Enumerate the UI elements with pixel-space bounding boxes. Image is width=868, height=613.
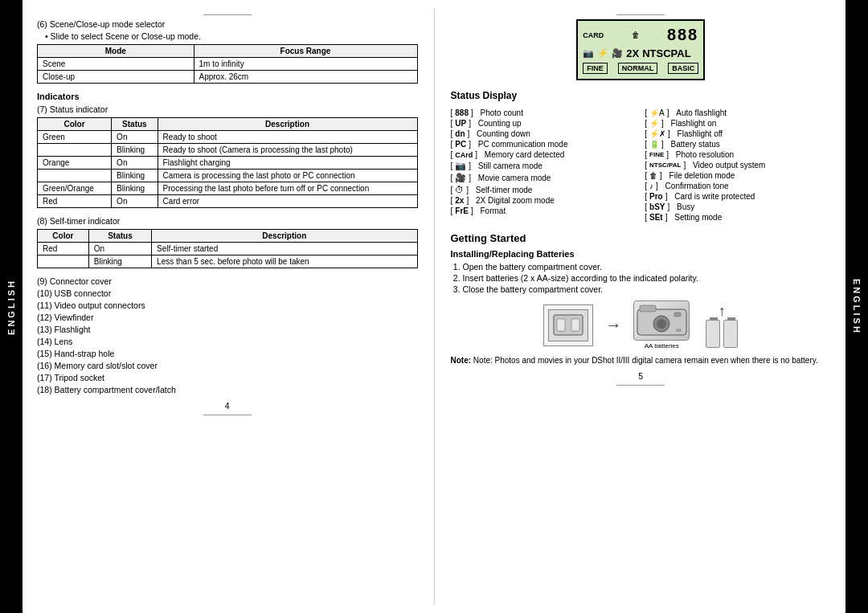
mode-closeup: Close-up xyxy=(38,71,194,84)
bracket: ] xyxy=(466,186,469,194)
label: Counting down xyxy=(477,129,530,138)
table-row: Blinking Less than 5 sec. before photo w… xyxy=(38,255,418,268)
status-icon: ⚡A xyxy=(649,108,665,117)
label: Video output system xyxy=(693,161,765,170)
status-icon: UP xyxy=(455,119,466,128)
status-item: [ NTSC/PAL ] Video output system xyxy=(645,160,831,170)
lcd-fine: FINE xyxy=(583,63,608,74)
left-page-number: 4 xyxy=(37,401,418,411)
status-icon: ⚡✗ xyxy=(649,129,665,138)
bottom-line-right xyxy=(616,385,665,386)
svg-rect-2 xyxy=(571,319,579,331)
label: Setting mode xyxy=(674,213,722,222)
list-item: (15) Hand-strap hole xyxy=(37,349,418,358)
label: Self-timer mode xyxy=(476,186,533,194)
status-item: [ 2x ] 2X Digital zoom mode xyxy=(451,195,637,206)
status-icon: ⚡ xyxy=(649,119,659,128)
bracket: [ xyxy=(645,202,647,211)
table-row: Red On Self-timer started xyxy=(38,243,418,255)
status-icon: 🎥 xyxy=(455,173,466,183)
status-icon: NTSC/PAL xyxy=(649,161,681,169)
status-icon: 888 xyxy=(455,108,469,117)
right-page: CARD 🗑 888 📷 ⚡ 🎥 2X NTSCPAL FINE NORMAL … xyxy=(435,8,846,605)
status-icon: 🔋 xyxy=(649,140,659,149)
status-item: [ CArd ] Memory card detected xyxy=(451,149,637,160)
label: 2X Digital zoom mode xyxy=(476,196,555,205)
list-item: (18) Battery compartment cover/latch xyxy=(37,385,418,394)
list-item: (12) Viewfinder xyxy=(37,313,418,322)
list-item: (13) Flashlight xyxy=(37,325,418,334)
svg-rect-4 xyxy=(640,305,656,312)
getting-started-title: Getting Started xyxy=(451,232,832,244)
self-timer-table: Color Status Description Red On Self-tim… xyxy=(37,229,418,268)
bracket: ] xyxy=(469,119,471,128)
status-item: [ ⏱ ] Self-timer mode xyxy=(451,184,637,195)
svg-rect-1 xyxy=(557,319,565,331)
bracket: [ xyxy=(451,129,453,138)
lcd-flash-icon: ⚡ xyxy=(597,48,608,59)
bracket: ] xyxy=(469,161,471,170)
col-status: Status xyxy=(112,118,158,131)
bracket: ] xyxy=(660,171,662,180)
label: PC communication mode xyxy=(478,140,568,149)
lcd-bottom-row: FINE NORMAL BASIC xyxy=(583,63,698,74)
install-steps: Open the battery compartment cover. Inse… xyxy=(463,262,832,294)
bracket: [ xyxy=(645,192,647,201)
table-row: Blinking Ready to shoot (Camera is proce… xyxy=(38,144,418,157)
bracket: ] xyxy=(666,150,669,159)
table-row: Close-up Approx. 26cm xyxy=(38,71,418,84)
label: Still camera mode xyxy=(478,161,542,170)
col-description2: Description xyxy=(152,230,417,243)
bracket: [ xyxy=(645,129,647,138)
battery-compartment-icon xyxy=(543,304,593,346)
status-icon: ⏱ xyxy=(455,185,464,194)
label: Card is write protected xyxy=(674,192,755,201)
status-icon: 🗑 xyxy=(649,171,657,180)
status-icon: bSY xyxy=(649,202,665,211)
lcd-digits: 888 xyxy=(667,26,698,44)
col-description: Description xyxy=(158,118,417,131)
camera-with-battery: AA AA batteries xyxy=(633,300,690,349)
bracket: ] xyxy=(665,213,668,222)
table-row: Green/Orange Blinking Processing the las… xyxy=(38,182,418,195)
range-scene: 1m to infinity xyxy=(194,58,417,71)
english-tab-left: ENGLISH xyxy=(0,0,23,613)
label: Battery status xyxy=(671,140,720,149)
status-item: [ Pro ] Card is write protected xyxy=(645,191,831,202)
list-item: (17) Tripod socket xyxy=(37,373,418,382)
status-icon: FINE xyxy=(649,151,664,158)
bracket: ] xyxy=(668,129,670,138)
status-item: [ PC ] PC communication mode xyxy=(451,139,637,149)
label: Flashlight on xyxy=(671,119,717,128)
lcd-camera-icon: 📷 xyxy=(583,48,594,59)
status-item: [ bSY ] Busy xyxy=(645,202,831,212)
table-row: Green On Ready to shoot xyxy=(38,131,418,144)
label: Counting up xyxy=(478,119,522,128)
bracket: ] xyxy=(661,119,664,128)
top-line-right xyxy=(616,14,665,15)
bracket: [ xyxy=(451,174,453,182)
status-indicator-label: (7) Status indicator xyxy=(37,104,418,114)
list-item: Open the battery compartment cover. xyxy=(463,262,832,272)
label: Photo resolution xyxy=(676,150,734,159)
status-item: [ FINE ] Photo resolution xyxy=(645,149,831,160)
label: Confirmation tone xyxy=(665,182,729,190)
col-status2: Status xyxy=(88,230,151,243)
bracket: ] xyxy=(661,140,664,149)
status-item: [ 🔋 ] Battery status xyxy=(645,139,831,149)
bracket: [ xyxy=(451,140,453,149)
lcd-trash-icon: 🗑 xyxy=(632,31,640,39)
indicators-title: Indicators xyxy=(37,92,418,101)
status-icon: CArd xyxy=(455,151,473,159)
range-closeup: Approx. 26cm xyxy=(194,71,417,84)
status-item: [ ♪ ] Confirmation tone xyxy=(645,181,831,191)
status-icon: 📷 xyxy=(455,161,466,171)
bracket: [ xyxy=(645,171,647,180)
bracket: [ xyxy=(451,119,453,128)
arrow-right-icon: → xyxy=(605,316,621,334)
col-mode: Mode xyxy=(38,45,194,58)
mode-scene: Scene xyxy=(38,58,194,71)
bracket: ] xyxy=(665,192,668,201)
status-col-right: [ ⚡A ] Auto flashlight [ ⚡ ] Flashlight … xyxy=(645,108,831,223)
status-item: [ ⚡ ] Flashlight on xyxy=(645,118,831,129)
